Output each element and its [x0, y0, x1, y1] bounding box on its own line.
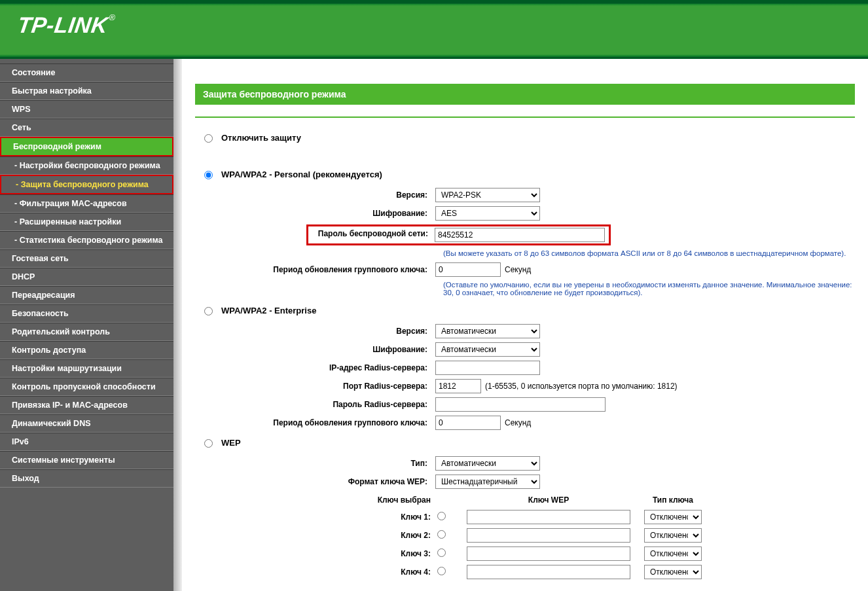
header-bar: TP-LINK® — [0, 0, 868, 59]
sidebar-item[interactable]: Контроль доступа — [0, 341, 173, 359]
sidebar-item[interactable]: Динамический DNS — [0, 414, 173, 433]
wep-title: WEP — [221, 438, 855, 448]
sidebar-item[interactable]: Безопасность — [0, 304, 173, 323]
divider — [195, 116, 855, 118]
vertical-divider — [173, 59, 182, 591]
wep-key-radio[interactable] — [437, 548, 446, 557]
wep-type-select[interactable]: Автоматически — [435, 456, 540, 471]
ent-radius-port-label: Порт Radius-сервера: — [195, 382, 435, 391]
registered-icon: ® — [108, 12, 116, 22]
wep-key-type-select[interactable]: Отключено — [644, 546, 702, 561]
ent-rekey-unit: Секунд — [505, 418, 531, 427]
personal-cipher-select[interactable]: AES — [435, 206, 540, 221]
ent-radius-pass-input[interactable] — [435, 397, 606, 412]
ent-cipher-label: Шифрование: — [195, 345, 435, 354]
sidebar-subitem[interactable]: - Статистика беспроводного режима — [0, 231, 173, 249]
wep-key-radio[interactable] — [437, 530, 446, 539]
personal-version-select[interactable]: WPA2-PSK — [435, 188, 540, 202]
sidebar-item[interactable]: Контроль пропускной способности — [0, 378, 173, 396]
sidebar-item[interactable]: Быстрая настройка — [0, 82, 173, 100]
sidebar-item[interactable]: Настройки маршрутизации — [0, 359, 173, 378]
ent-radius-ip-input[interactable] — [435, 361, 540, 375]
personal-rekey-unit: Секунд — [505, 265, 531, 274]
personal-version-label: Версия: — [195, 190, 435, 200]
wep-type-label: Тип: — [195, 459, 435, 468]
sidebar-item[interactable]: IPv6 — [0, 433, 173, 451]
ent-version-label: Версия: — [195, 327, 435, 336]
personal-cipher-label: Шифрование: — [195, 209, 435, 218]
ent-radius-port-note: (1-65535, 0 используется порта по умолча… — [485, 382, 678, 391]
wep-head-selected: Ключ выбран — [365, 495, 437, 505]
brand-logo-text: TP-LINK — [16, 12, 109, 37]
wpa-personal-title: WPA/WPA2 - Personal (рекомендуется) — [221, 170, 855, 179]
wep-key-type-select[interactable]: Отключено — [644, 510, 702, 524]
personal-password-label: Пароль беспроводной сети: — [308, 226, 435, 243]
sidebar-item[interactable]: WPS — [0, 100, 173, 118]
sidebar-subitem[interactable]: - Расширенные настройки — [0, 213, 173, 231]
sidebar-item[interactable]: Состояние — [0, 63, 173, 82]
wep-key-input[interactable] — [467, 510, 630, 524]
sidebar-subitem[interactable]: - Защита беспроводного режима — [0, 175, 173, 194]
wep-head-type: Тип ключа — [634, 495, 712, 505]
ent-version-select[interactable]: Автоматически — [435, 324, 540, 338]
ent-radius-port-input[interactable] — [435, 379, 481, 393]
sidebar-item[interactable]: Гостевая сеть — [0, 249, 173, 268]
wep-key-label: Ключ 3: — [365, 549, 437, 558]
wep-keys-table: Ключ выбран Ключ WEP Тип ключа Ключ 1:От… — [365, 492, 855, 582]
personal-password-note: (Вы можете указать от 8 до 63 символов ф… — [443, 248, 855, 261]
ent-rekey-input[interactable] — [435, 416, 501, 430]
sidebar-item[interactable]: Сеть — [0, 118, 173, 137]
sidebar-item[interactable]: Привязка IP- и MAC-адресов — [0, 396, 173, 414]
disable-security-radio[interactable] — [204, 134, 213, 143]
sidebar-item[interactable]: Выход — [0, 469, 173, 488]
wep-key-label: Ключ 4: — [365, 567, 437, 577]
personal-rekey-note: (Оставьте по умолчанию, если вы не увере… — [443, 279, 855, 300]
sidebar-item[interactable]: Родительский контроль — [0, 323, 173, 341]
ent-rekey-label: Период обновления группового ключа: — [195, 418, 435, 427]
wep-key-input[interactable] — [467, 528, 630, 543]
ent-cipher-select[interactable]: Автоматически — [435, 342, 540, 357]
wep-key-input[interactable] — [467, 546, 630, 561]
personal-password-input[interactable] — [435, 228, 605, 242]
wpa-personal-radio[interactable] — [204, 171, 213, 179]
wpa-enterprise-title: WPA/WPA2 - Enterprise — [221, 306, 855, 315]
wep-key-label: Ключ 2: — [365, 531, 437, 540]
wep-key-radio[interactable] — [437, 567, 446, 575]
wep-key-label: Ключ 1: — [365, 512, 437, 522]
sidebar-item[interactable]: DHCP — [0, 268, 173, 286]
sidebar-subitem[interactable]: - Фильтрация MAC-адресов — [0, 194, 173, 213]
personal-rekey-label: Период обновления группового ключа: — [195, 265, 435, 274]
wep-key-type-select[interactable]: Отключено — [644, 528, 702, 543]
wep-key-input[interactable] — [467, 565, 630, 579]
wep-head-key: Ключ WEP — [463, 495, 634, 505]
personal-rekey-input[interactable] — [435, 262, 501, 277]
wep-radio[interactable] — [204, 439, 213, 448]
content-area: Защита беспроводного режима Отключить за… — [182, 59, 868, 591]
sidebar: СостояниеБыстрая настройкаWPSСетьБеспров… — [0, 59, 173, 591]
wep-format-label: Формат ключа WEP: — [195, 477, 435, 486]
page-title: Защита беспроводного режима — [195, 84, 855, 105]
sidebar-item[interactable]: Переадресация — [0, 286, 173, 304]
sidebar-item[interactable]: Беспроводной режим — [0, 137, 173, 156]
wep-key-type-select[interactable]: Отключено — [644, 565, 702, 579]
sidebar-item[interactable]: Системные инструменты — [0, 451, 173, 469]
wep-key-radio[interactable] — [437, 512, 446, 520]
wep-format-select[interactable]: Шестнадцатеричный — [435, 475, 540, 489]
password-highlight-box: Пароль беспроводной сети: — [306, 224, 611, 245]
ent-radius-pass-label: Пароль Radius-сервера: — [195, 400, 435, 409]
brand-logo: TP-LINK® — [16, 12, 116, 38]
disable-security-label: Отключить защиту — [221, 133, 855, 143]
sidebar-subitem[interactable]: - Настройки беспроводного режима — [0, 156, 173, 175]
ent-radius-ip-label: IP-адрес Radius-сервера: — [195, 363, 435, 372]
wpa-enterprise-radio[interactable] — [204, 307, 213, 315]
